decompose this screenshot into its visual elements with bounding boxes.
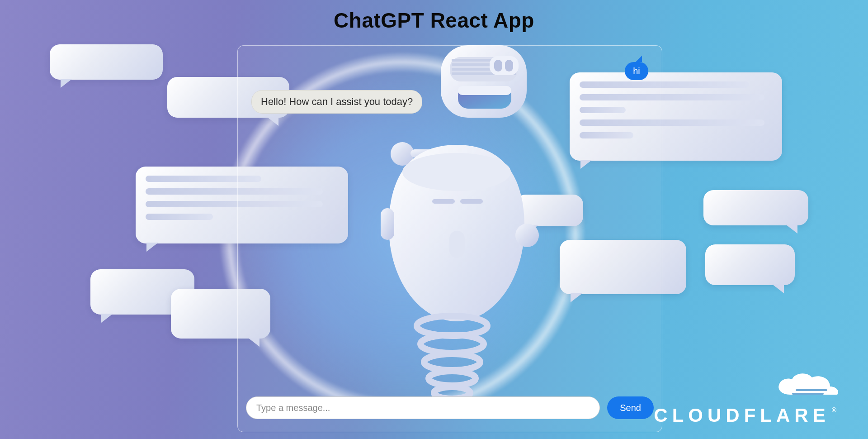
brand-name: CLOUDFLARE	[654, 405, 830, 426]
registered-mark: ®	[832, 406, 841, 414]
message-input[interactable]	[246, 396, 600, 419]
cloud-icon	[773, 370, 841, 402]
send-button[interactable]: Send	[607, 396, 654, 419]
cloudflare-logo: CLOUDFLARE ®	[654, 370, 841, 426]
decor-bubble	[703, 190, 808, 225]
chat-input-bar: Send	[246, 392, 654, 424]
user-message: hi	[625, 62, 648, 80]
decor-bubble	[705, 244, 795, 285]
bot-message: Hello! How can I assist you today?	[251, 90, 422, 114]
chat-window: hi Hello! How can I assist you today? Se…	[237, 45, 662, 432]
page-title: ChatGPT React App	[0, 8, 868, 33]
chat-body: hi Hello! How can I assist you today?	[238, 46, 662, 392]
decor-bubble	[50, 44, 163, 80]
